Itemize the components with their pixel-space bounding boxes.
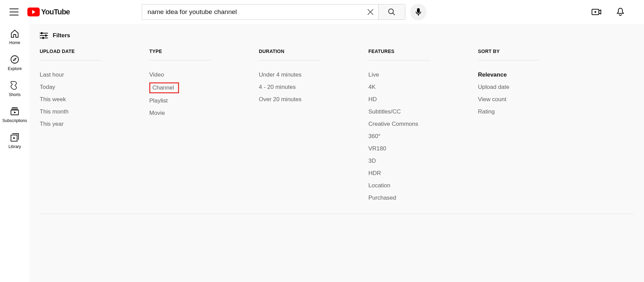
sidebar-item-label: Subscriptions (2, 118, 27, 123)
home-icon (10, 29, 20, 38)
filter-column-heading: SORT BY (478, 49, 540, 61)
subscriptions-icon (10, 107, 20, 116)
filter-column-heading: TYPE (149, 49, 211, 61)
filter-option[interactable]: 4K (368, 81, 430, 93)
filter-option[interactable]: Live (368, 69, 430, 81)
filter-option[interactable]: 360° (368, 130, 430, 143)
sidebar-item-shorts[interactable]: Shorts (0, 76, 29, 102)
youtube-logo[interactable]: YouTube (27, 8, 70, 16)
sidebar-item-library[interactable]: Library (0, 128, 29, 154)
filter-column: SORT BYRelevanceUpload dateView countRat… (478, 49, 540, 204)
filter-column-heading: DURATION (259, 49, 320, 61)
filter-column: FEATURESLive4KHDSubtitles/CCCreative Com… (368, 49, 430, 204)
explore-icon (10, 55, 20, 64)
close-icon (367, 8, 374, 16)
notifications-button[interactable] (613, 5, 628, 19)
filter-option[interactable]: Playlist (149, 95, 211, 107)
shorts-icon (10, 81, 20, 90)
filter-option[interactable]: View count (478, 93, 540, 106)
svg-rect-8 (42, 37, 44, 39)
mini-sidebar: Home Explore Shorts Subscriptions Librar… (0, 24, 29, 154)
filter-option[interactable]: This week (40, 93, 101, 106)
filter-option[interactable]: Movie (149, 107, 211, 119)
voice-search-button[interactable] (410, 4, 427, 20)
svg-point-3 (11, 56, 18, 63)
filter-column-heading: UPLOAD DATE (40, 49, 101, 61)
filter-option[interactable]: 3D (368, 155, 430, 167)
filter-option[interactable]: Channel (149, 82, 179, 93)
filter-option[interactable]: This month (40, 106, 101, 118)
filter-column: TYPEVideoChannelPlaylistMovie (149, 49, 211, 204)
create-video-icon (592, 8, 601, 16)
filter-option[interactable]: Today (40, 81, 101, 93)
sidebar-item-label: Home (9, 40, 20, 45)
search-input-wrap[interactable] (142, 4, 379, 20)
filter-option[interactable]: Under 4 minutes (259, 69, 320, 81)
filters-label: Filters (53, 32, 70, 39)
bell-icon (616, 8, 624, 16)
search-button[interactable] (379, 4, 405, 20)
filter-column-heading: FEATURES (368, 49, 430, 61)
filters-header[interactable]: Filters (40, 32, 634, 39)
filter-option[interactable]: VR180 (368, 143, 430, 155)
youtube-play-icon (27, 8, 40, 16)
filter-option[interactable]: Creative Commons (368, 118, 430, 130)
sidebar-item-subscriptions[interactable]: Subscriptions (0, 102, 29, 128)
topbar-right (589, 5, 637, 19)
filter-option[interactable]: Over 20 minutes (259, 93, 320, 106)
search-input[interactable] (148, 8, 365, 16)
guide-menu-button[interactable] (7, 5, 21, 19)
library-icon (10, 133, 20, 142)
tune-icon (40, 32, 48, 39)
microphone-icon (415, 8, 422, 16)
svg-point-0 (389, 9, 393, 14)
filter-option[interactable]: This year (40, 118, 101, 130)
sidebar-item-home[interactable]: Home (0, 24, 29, 50)
search-icon (388, 8, 396, 16)
filters-columns: UPLOAD DATELast hourTodayThis weekThis m… (40, 49, 634, 214)
sidebar-item-label: Explore (8, 66, 22, 71)
filter-option[interactable]: Location (368, 179, 430, 192)
filter-option[interactable]: Subtitles/CC (368, 106, 430, 118)
filter-option[interactable]: Upload date (478, 81, 540, 93)
filter-option[interactable]: HDR (368, 167, 430, 179)
sidebar-item-label: Shorts (9, 92, 21, 97)
filter-option[interactable]: HD (368, 93, 430, 106)
filter-option[interactable]: Purchased (368, 192, 430, 204)
sidebar-item-label: Library (9, 144, 21, 149)
top-bar: YouTube (0, 0, 644, 24)
filter-option[interactable]: Video (149, 69, 211, 81)
svg-rect-1 (417, 8, 420, 13)
filter-column: DURATIONUnder 4 minutes4 - 20 minutesOve… (259, 49, 320, 204)
create-button[interactable] (589, 5, 604, 19)
svg-rect-7 (45, 35, 47, 37)
filter-option[interactable]: Last hour (40, 69, 101, 81)
search-container (142, 4, 427, 20)
sidebar-item-explore[interactable]: Explore (0, 50, 29, 76)
filter-option[interactable]: 4 - 20 minutes (259, 81, 320, 93)
filter-option[interactable]: Relevance (478, 69, 540, 81)
filter-option[interactable]: Rating (478, 106, 540, 118)
svg-rect-6 (41, 32, 42, 34)
clear-search-button[interactable] (365, 6, 376, 18)
filters-panel: Filters UPLOAD DATELast hourTodayThis we… (29, 24, 644, 282)
youtube-wordmark: YouTube (41, 8, 70, 16)
filter-column: UPLOAD DATELast hourTodayThis weekThis m… (40, 49, 101, 204)
